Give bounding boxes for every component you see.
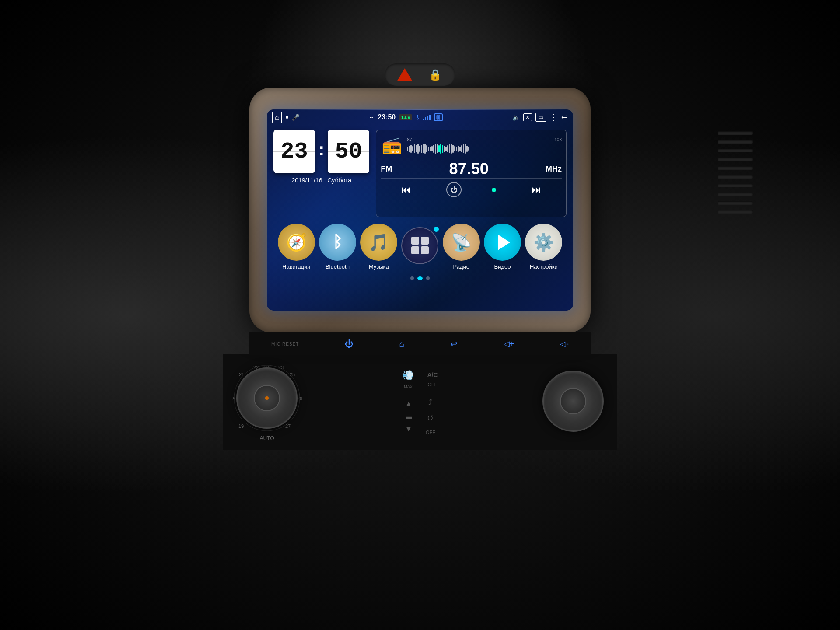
svg-text:25: 25 — [290, 372, 295, 377]
right-vents — [718, 131, 752, 214]
hours-display: 23 — [273, 130, 315, 173]
vent-window-icon[interactable]: ▬ — [406, 413, 412, 420]
svg-text:23: 23 — [278, 365, 284, 370]
ac-off-label[interactable]: OFF — [428, 382, 438, 387]
battery-icon: ▓ — [434, 113, 443, 121]
max-label: MAX — [404, 385, 413, 389]
freq-scale: 87 108 — [407, 137, 562, 142]
radio-freq-area: 87 108 — [407, 137, 562, 154]
apps-row: 🧭 Навигация ᛒ Bluetooth 🎵 Музыка — [267, 221, 573, 276]
power-button[interactable]: ⏻ — [345, 339, 354, 349]
volume-icon[interactable]: 🔈 — [512, 114, 520, 121]
clock-widget: 23 : 50 2019/11/16 Суббота — [273, 130, 369, 217]
window-icon[interactable]: ▭ — [536, 113, 546, 122]
lock-icon: 🔒 — [429, 69, 442, 81]
back-navigation-icon[interactable]: ↩ — [561, 112, 568, 122]
radio-next-button[interactable]: ⏭ — [526, 182, 546, 197]
app-launcher[interactable] — [401, 227, 438, 267]
menu-icon[interactable]: ⋮ — [550, 112, 558, 122]
radio-icon: 📻 — [382, 136, 402, 155]
hazard-button[interactable] — [394, 67, 416, 82]
radio-widget[interactable]: 📻 87 108 — [376, 130, 567, 217]
app-navigation[interactable]: 🧭 Навигация — [278, 224, 315, 270]
grid-icon — [411, 237, 429, 254]
left-knob-area: 24 25 26 27 19 20 21 22 23 AUTO — [232, 363, 302, 441]
music-label: Музыка — [369, 263, 389, 270]
page-dots — [267, 276, 573, 284]
main-content: 23 : 50 2019/11/16 Суббота 📻 — [267, 125, 573, 221]
music-icon-bg: 🎵 — [360, 224, 397, 261]
radio-label: Радио — [453, 263, 469, 270]
app-bluetooth[interactable]: ᛒ Bluetooth — [319, 224, 356, 270]
recirculate-button[interactable]: ↺ — [427, 413, 434, 423]
launcher-icon-bg — [401, 227, 438, 264]
status-dot — [286, 116, 288, 119]
dashboard: 🔒 ⌂ 🎤 ↔ 23:50 13.9 ᛒ — [0, 0, 840, 630]
home-button[interactable]: ⌂ — [399, 339, 405, 349]
radio-prev-button[interactable]: ⏮ — [396, 182, 416, 197]
page-dot-3[interactable] — [426, 276, 430, 280]
lock-button[interactable]: 🔒 — [424, 67, 446, 82]
knob-body — [236, 368, 298, 429]
status-bar: ⌂ 🎤 ↔ 23:50 13.9 ᛒ ▓ — [267, 109, 573, 125]
page-dot-1[interactable] — [410, 276, 414, 280]
resize-icon: ↔ — [369, 114, 374, 120]
app-video[interactable]: Видео — [484, 224, 521, 270]
page-dot-2[interactable] — [417, 276, 423, 280]
knob-center — [254, 385, 280, 411]
knob-indicator-dot — [265, 396, 269, 400]
vent-up-button[interactable]: ▲ — [405, 399, 413, 409]
infotainment-screen[interactable]: ⌂ 🎤 ↔ 23:50 13.9 ᛒ ▓ — [267, 109, 573, 311]
right-knob-body — [542, 371, 604, 432]
fan-controls: 💨 MAX A/C OFF — [402, 370, 438, 389]
flip-clock: 23 : 50 — [273, 130, 369, 173]
video-icon-bg — [484, 224, 521, 261]
left-rotary-knob[interactable]: 24 25 26 27 19 20 21 22 23 — [232, 363, 302, 433]
time-display: 23:50 — [378, 113, 396, 121]
bluetooth-icon-bg: ᛒ — [319, 224, 356, 261]
auto-label: AUTO — [259, 435, 274, 441]
svg-text:27: 27 — [285, 424, 290, 429]
off-label[interactable]: OFF — [426, 430, 435, 435]
mode-button[interactable]: ⤴ — [428, 398, 432, 407]
radio-power-button[interactable]: ⏻ — [446, 182, 462, 197]
radio-frequency-display: 87.50 — [449, 160, 489, 178]
top-buttons: 🔒 — [385, 63, 455, 86]
vol-down-button[interactable]: ◁- — [560, 339, 569, 349]
back-button[interactable]: ↩ — [450, 339, 458, 349]
radio-band-label: FM — [381, 164, 392, 174]
bluetooth-label: Bluetooth — [326, 263, 350, 270]
settings-icon-bg: ⚙️ — [525, 224, 562, 261]
temperature-badge: 13.9 — [399, 114, 412, 120]
radio-unit-label: MHz — [546, 164, 562, 174]
home-status-icon[interactable]: ⌂ — [272, 112, 282, 123]
right-rotary-knob[interactable] — [538, 366, 608, 436]
svg-text:26: 26 — [297, 396, 302, 401]
app-music[interactable]: 🎵 Музыка — [360, 224, 397, 270]
video-label: Видео — [494, 263, 511, 270]
climate-controls: 24 25 26 27 19 20 21 22 23 AUTO — [223, 354, 617, 450]
clock-colon: : — [318, 140, 324, 159]
close-icon[interactable]: ✕ — [523, 113, 532, 121]
navigation-icon-bg: 🧭 — [278, 224, 315, 261]
app-radio[interactable]: 📡 Радио — [443, 224, 480, 270]
date-display: 2019/11/16 Суббота — [291, 177, 351, 184]
radio-app-icon-bg: 📡 — [443, 224, 480, 261]
play-icon — [498, 234, 510, 250]
radio-main-display: FM 87.50 MHz — [381, 160, 562, 178]
mic-reset-label: MIC RESET — [271, 342, 299, 346]
vol-up-button[interactable]: ◁+ — [504, 339, 514, 349]
freq-bars-visual — [407, 144, 562, 154]
ac-label: A/C — [427, 371, 438, 378]
app-settings[interactable]: ⚙️ Настройки — [525, 224, 562, 270]
minutes-display: 50 — [328, 130, 369, 173]
right-knob-center — [560, 388, 586, 414]
bluetooth-status-icon: ᛒ — [416, 114, 419, 121]
vent-down-button[interactable]: ▼ — [405, 424, 413, 434]
screen-bezel: 🔒 ⌂ 🎤 ↔ 23:50 13.9 ᛒ — [249, 88, 591, 332]
radio-controls: ⏮ ⏻ ⏭ — [381, 178, 562, 199]
fan-max-icon[interactable]: 💨 — [402, 370, 414, 381]
hardware-button-bar: MIC RESET ⏻ ⌂ ↩ ◁+ ◁- — [249, 332, 591, 355]
radio-indicator-dot — [492, 188, 496, 192]
right-knob-area — [538, 366, 608, 438]
